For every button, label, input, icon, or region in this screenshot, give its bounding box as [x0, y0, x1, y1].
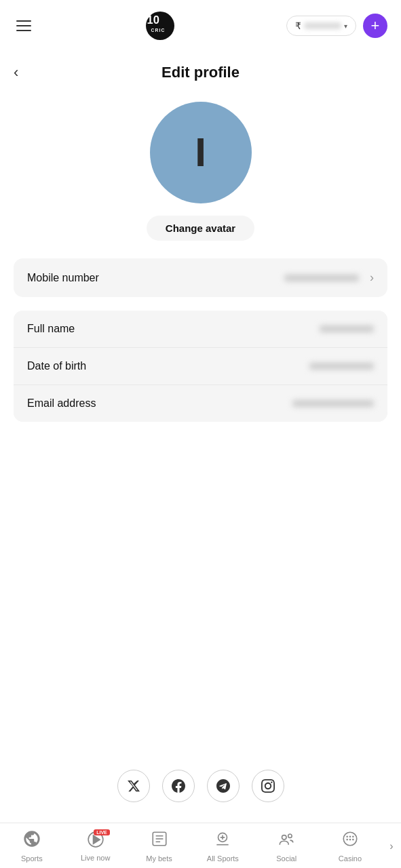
instagram-button[interactable]	[252, 770, 284, 802]
allsports-icon	[214, 830, 231, 852]
fullname-value	[320, 326, 374, 332]
nav-allsports[interactable]: All Sports	[191, 830, 254, 863]
email-value	[292, 400, 374, 407]
svg-point-11	[282, 835, 287, 840]
svg-point-15	[349, 835, 351, 837]
svg-text:CRIC: CRIC	[151, 28, 166, 33]
mobile-arrow-icon: ›	[370, 271, 374, 285]
nav-social[interactable]: Social	[254, 830, 318, 863]
nav-social-label: Social	[276, 854, 297, 863]
currency-symbol: ₹	[295, 20, 301, 31]
nav-mybets[interactable]: My bets	[128, 830, 191, 863]
header: 10 CRIC ₹ ▾ +	[0, 0, 401, 52]
facebook-icon	[172, 779, 185, 793]
nav-allsports-label: All Sports	[207, 854, 239, 863]
page-header: ‹ Edit profile	[0, 52, 401, 88]
casino-icon	[341, 830, 359, 852]
svg-point-14	[346, 835, 348, 837]
nav-casino-label: Casino	[339, 854, 362, 863]
social-icon	[278, 830, 295, 852]
mobile-right: ›	[284, 271, 374, 285]
email-row[interactable]: Email address	[14, 385, 387, 422]
twitter-icon	[127, 779, 140, 793]
bottom-navigation: Sports LIVE Live now My bets	[0, 823, 401, 868]
mobile-label: Mobile number	[27, 272, 99, 284]
logo-svg: 10 CRIC	[140, 9, 180, 42]
nav-sports-label: Sports	[21, 854, 43, 863]
balance-chevron-icon: ▾	[344, 22, 347, 30]
twitter-button[interactable]	[117, 770, 150, 802]
live-badge: LIVE	[94, 829, 110, 835]
svg-point-12	[288, 834, 292, 837]
email-label: Email address	[27, 397, 96, 410]
avatar: I	[150, 102, 252, 203]
mobile-number-row[interactable]: Mobile number ›	[14, 258, 387, 297]
social-section	[0, 422, 401, 823]
avatar-section: I Change avatar	[0, 88, 401, 252]
svg-point-19	[352, 839, 354, 841]
dob-value	[309, 363, 374, 370]
dob-row[interactable]: Date of birth	[14, 348, 387, 385]
back-button[interactable]: ‹	[14, 64, 18, 81]
app-logo: 10 CRIC	[140, 9, 180, 42]
mybets-icon	[151, 830, 168, 852]
nav-casino[interactable]: Casino	[318, 830, 382, 863]
sports-icon	[23, 830, 41, 852]
profile-form-section: Full name Date of birth Email address	[14, 311, 387, 422]
nav-mybets-label: My bets	[146, 854, 172, 863]
dob-label: Date of birth	[27, 360, 86, 372]
nav-sports[interactable]: Sports	[0, 830, 64, 863]
fullname-label: Full name	[27, 323, 75, 335]
facebook-button[interactable]	[162, 770, 195, 802]
avatar-letter: I	[195, 132, 206, 173]
nav-live-label: Live now	[81, 854, 110, 862]
change-avatar-button[interactable]: Change avatar	[147, 216, 254, 241]
svg-point-16	[352, 835, 354, 837]
more-icon: ›	[389, 840, 393, 852]
add-funds-button[interactable]: +	[363, 14, 387, 38]
instagram-icon	[261, 779, 275, 793]
telegram-button[interactable]	[207, 770, 240, 802]
balance-button[interactable]: ₹ ▾	[286, 16, 356, 36]
hamburger-menu[interactable]	[14, 18, 34, 34]
balance-value	[304, 22, 341, 29]
fullname-row[interactable]: Full name	[14, 311, 387, 348]
live-icon-wrapper: LIVE	[87, 831, 104, 851]
nav-more[interactable]: ›	[382, 840, 401, 852]
header-right: ₹ ▾ +	[286, 14, 387, 38]
svg-text:10: 10	[147, 14, 159, 26]
svg-point-17	[346, 839, 348, 841]
svg-point-18	[349, 839, 351, 841]
nav-live[interactable]: LIVE Live now	[64, 831, 128, 862]
page-title: Edit profile	[161, 64, 240, 81]
telegram-icon	[216, 779, 230, 793]
mobile-value	[284, 275, 359, 281]
